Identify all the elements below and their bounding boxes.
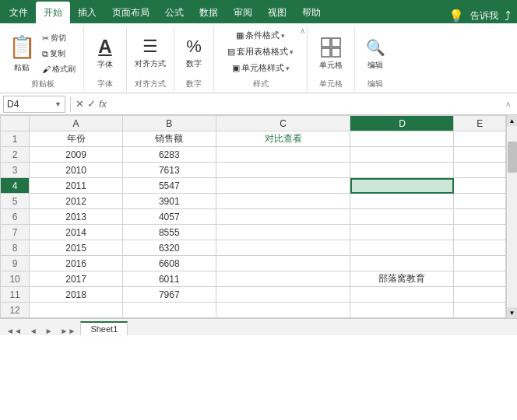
cell-b4[interactable]: 5547 (122, 178, 216, 194)
cell-d2[interactable] (350, 147, 454, 163)
tab-insert[interactable]: 插入 (70, 2, 104, 23)
cell-b7[interactable]: 8555 (122, 225, 216, 240)
sheet-tab-nav-prev[interactable]: ◄ (26, 327, 40, 335)
cell-e8[interactable] (454, 240, 506, 256)
row-num-3[interactable]: 3 (1, 163, 30, 178)
cut-button[interactable]: ✂ 剪切 (39, 31, 79, 45)
cell-c7[interactable] (216, 225, 350, 240)
scroll-up-arrow[interactable]: ▲ (507, 115, 518, 126)
cell-b3[interactable]: 7613 (122, 163, 216, 178)
cell-e5[interactable] (454, 194, 506, 209)
cell-d1[interactable] (350, 131, 454, 147)
cell-a12[interactable] (30, 303, 123, 318)
cell-d3[interactable] (350, 163, 454, 178)
formula-input[interactable] (110, 96, 502, 113)
cell-style-button[interactable]: ▣ 单元格样式 ▾ (227, 61, 294, 75)
cell-c9[interactable] (216, 256, 350, 271)
cell-e10[interactable] (454, 271, 506, 287)
col-header-d[interactable]: D (350, 116, 454, 131)
cell-d7[interactable] (350, 225, 454, 240)
cell-b8[interactable]: 6320 (122, 240, 216, 256)
sheet-tab-nav-next[interactable]: ► (42, 327, 56, 335)
cell-e7[interactable] (454, 225, 506, 240)
cell-b1[interactable]: 销售额 (122, 131, 216, 147)
formula-confirm-icon[interactable]: ✓ (87, 98, 96, 110)
format-painter-button[interactable]: 🖌 格式刷 (39, 62, 79, 76)
cell-a9[interactable]: 2016 (30, 256, 123, 271)
tab-help[interactable]: 帮助 (294, 2, 329, 23)
row-num-4[interactable]: 4 (1, 178, 30, 194)
alignment-button[interactable]: ☰ 对齐方式 (132, 35, 169, 71)
cell-c6[interactable] (216, 209, 350, 225)
cell-a8[interactable]: 2015 (30, 240, 123, 256)
scrollbar-vertical[interactable]: ▲ ▼ (506, 115, 517, 318)
cell-d5[interactable] (350, 194, 454, 209)
sheet-tab-nav-left[interactable]: ◄◄ (3, 327, 25, 335)
row-num-8[interactable]: 8 (1, 240, 30, 256)
formula-fx-icon[interactable]: fx (99, 98, 107, 110)
row-num-6[interactable]: 6 (1, 209, 30, 225)
cell-a11[interactable]: 2018 (30, 287, 123, 303)
editing-button[interactable]: 🔍 编辑 (360, 33, 391, 72)
col-header-b[interactable]: B (122, 116, 216, 131)
cell-c11[interactable] (216, 287, 350, 303)
cell-e9[interactable] (454, 256, 506, 271)
cell-c1[interactable]: 对比查看 (216, 131, 350, 147)
cell-c10[interactable] (216, 271, 350, 287)
cell-b11[interactable]: 7967 (122, 287, 216, 303)
conditional-format-button[interactable]: ▦ 条件格式 ▾ (231, 28, 290, 43)
cell-e6[interactable] (454, 209, 506, 225)
row-num-11[interactable]: 11 (1, 287, 30, 303)
cell-ref-dropdown-icon[interactable]: ▼ (55, 100, 62, 108)
row-num-12[interactable]: 12 (1, 303, 30, 318)
formula-bar-collapse-icon[interactable]: ∧ (505, 100, 514, 108)
cell-a4[interactable]: 2011 (30, 178, 123, 194)
cell-c5[interactable] (216, 194, 350, 209)
apply-table-format-button[interactable]: ▤ 套用表格格式 ▾ (223, 44, 298, 59)
formula-cancel-icon[interactable]: ✕ (76, 98, 84, 110)
col-header-e[interactable]: E (454, 116, 506, 131)
cell-a7[interactable]: 2014 (30, 225, 123, 240)
cell-c2[interactable] (216, 147, 350, 163)
cell-c3[interactable] (216, 163, 350, 178)
cell-b12[interactable] (122, 303, 216, 318)
cells-button[interactable]: 单元格 (312, 33, 350, 72)
row-num-10[interactable]: 10 (1, 271, 30, 287)
cell-e1[interactable] (454, 131, 506, 147)
cell-e4[interactable] (454, 178, 506, 194)
tab-home[interactable]: 开始 (36, 2, 70, 23)
sheet-tab-sheet1[interactable]: Sheet1 (80, 321, 128, 335)
cell-c8[interactable] (216, 240, 350, 256)
share-icon[interactable]: ⤴ (505, 9, 511, 23)
tell-me-label[interactable]: 告诉我 (470, 9, 498, 23)
row-num-7[interactable]: 7 (1, 225, 30, 240)
cell-a2[interactable]: 2009 (30, 147, 123, 163)
tab-review[interactable]: 审阅 (226, 2, 260, 23)
row-num-9[interactable]: 9 (1, 256, 30, 271)
copy-button[interactable]: ⧉ 复制 (39, 47, 79, 61)
cell-d9[interactable] (350, 256, 454, 271)
spreadsheet-grid[interactable]: A B C D E 1年份销售额对比查看22009628332010761342… (0, 115, 506, 318)
sheet-tab-nav-right[interactable]: ►► (58, 327, 79, 335)
cell-c4[interactable] (216, 178, 350, 194)
tab-page-layout[interactable]: 页面布局 (104, 2, 157, 23)
cell-a5[interactable]: 2012 (30, 194, 123, 209)
number-button[interactable]: % 数字 (179, 35, 209, 71)
cell-d6[interactable] (350, 209, 454, 225)
cell-b5[interactable]: 3901 (122, 194, 216, 209)
col-header-c[interactable]: C (216, 116, 350, 131)
tab-formula[interactable]: 公式 (157, 2, 192, 23)
cell-d11[interactable] (350, 287, 454, 303)
cell-e11[interactable] (454, 287, 506, 303)
cell-e12[interactable] (454, 303, 506, 318)
cell-d8[interactable] (350, 240, 454, 256)
font-button[interactable]: A 字体 (90, 34, 121, 72)
row-num-2[interactable]: 2 (1, 147, 30, 163)
cell-a10[interactable]: 2017 (30, 271, 123, 287)
cell-d10[interactable]: 部落窝教育 (350, 271, 454, 287)
cell-b6[interactable]: 4057 (122, 209, 216, 225)
scroll-thumb[interactable] (508, 142, 517, 173)
cell-d12[interactable] (350, 303, 454, 318)
cell-c12[interactable] (216, 303, 350, 318)
paste-button[interactable]: 📋 粘贴 (6, 30, 37, 75)
